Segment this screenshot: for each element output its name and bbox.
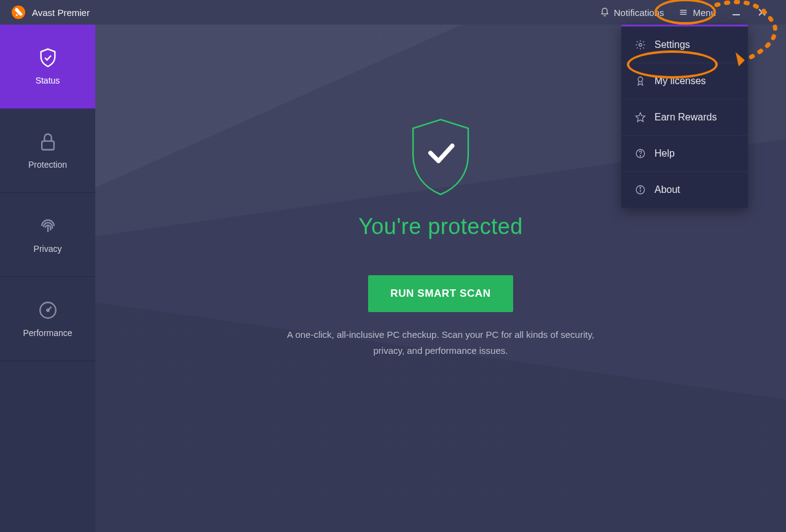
sidebar-item-status[interactable]: Status xyxy=(0,25,95,109)
lock-icon xyxy=(37,131,58,152)
gauge-icon xyxy=(37,300,58,321)
menu-item-label: My licenses xyxy=(654,76,706,87)
menu-item-settings[interactable]: Settings xyxy=(621,26,748,63)
fingerprint-icon xyxy=(37,216,58,237)
menu-item-label: Settings xyxy=(654,39,690,50)
svg-point-1 xyxy=(16,14,18,16)
minimize-button[interactable] xyxy=(723,0,749,25)
status-shield xyxy=(404,117,477,197)
hamburger-icon xyxy=(678,7,688,17)
menu-label: Menu xyxy=(693,7,716,18)
avast-logo-icon xyxy=(11,5,26,20)
minimize-icon xyxy=(732,8,741,17)
sidebar-item-performance[interactable]: Performance xyxy=(0,277,95,361)
titlebar: Avast Premier Notifications Menu xyxy=(0,0,786,25)
sidebar-item-label: Privacy xyxy=(34,244,62,254)
notifications-label: Notifications xyxy=(614,7,664,18)
star-icon xyxy=(635,112,646,123)
svg-rect-8 xyxy=(42,141,54,150)
svg-point-11 xyxy=(47,309,49,311)
sidebar-item-label: Performance xyxy=(23,328,72,338)
menu-item-about[interactable]: About xyxy=(621,171,748,208)
app-title: Avast Premier xyxy=(32,7,90,18)
app-brand: Avast Premier xyxy=(11,5,90,20)
menu-item-label: About xyxy=(654,184,680,195)
run-smart-scan-button[interactable]: RUN SMART SCAN xyxy=(368,275,513,312)
info-icon xyxy=(635,184,646,195)
menu-item-help[interactable]: Help xyxy=(621,135,748,171)
sidebar-item-protection[interactable]: Protection xyxy=(0,109,95,193)
menu-button[interactable]: Menu xyxy=(671,2,723,23)
scan-desc-line1: A one-click, all-inclusive PC checkup. S… xyxy=(287,327,594,343)
shield-check-large-icon xyxy=(404,117,477,197)
svg-point-12 xyxy=(639,44,642,47)
close-button[interactable] xyxy=(749,0,775,25)
scan-description: A one-click, all-inclusive PC checkup. S… xyxy=(287,327,594,358)
notifications-button[interactable]: Notifications xyxy=(592,2,672,23)
shield-check-icon xyxy=(37,47,58,68)
svg-point-18 xyxy=(640,187,640,188)
menu-dropdown: Settings My licenses Earn Rewards Help A… xyxy=(621,25,748,208)
sidebar: Status Protection Privacy Performance xyxy=(0,25,95,532)
menu-item-label: Help xyxy=(654,148,675,159)
status-title: You're protected xyxy=(358,214,523,240)
sidebar-item-privacy[interactable]: Privacy xyxy=(0,193,95,277)
menu-item-licenses[interactable]: My licenses xyxy=(621,63,748,99)
close-icon xyxy=(758,8,766,17)
svg-point-13 xyxy=(638,77,643,82)
gear-icon xyxy=(635,39,646,50)
sidebar-item-label: Protection xyxy=(28,160,67,170)
help-icon xyxy=(635,148,646,159)
bell-icon xyxy=(600,7,610,17)
scan-desc-line2: privacy, and performance issues. xyxy=(287,343,594,359)
license-icon xyxy=(635,76,646,87)
sidebar-item-label: Status xyxy=(36,76,60,85)
menu-item-label: Earn Rewards xyxy=(654,112,717,123)
menu-item-rewards[interactable]: Earn Rewards xyxy=(621,99,748,135)
svg-point-15 xyxy=(640,155,640,156)
